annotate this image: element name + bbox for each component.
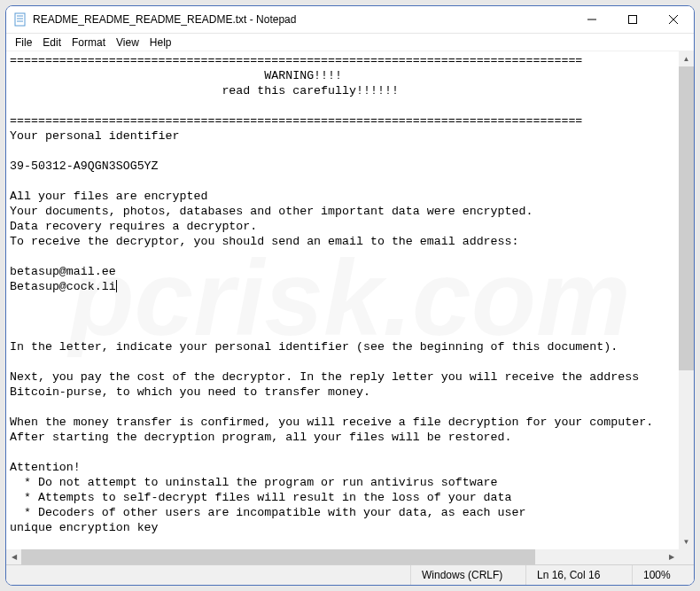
scroll-down-button[interactable]: ▼ bbox=[679, 534, 694, 549]
scroll-corner bbox=[679, 549, 694, 564]
vertical-scrollbar[interactable]: ▲ ▼ bbox=[679, 51, 694, 549]
status-zoom: 100% bbox=[632, 565, 694, 585]
close-button[interactable] bbox=[653, 6, 694, 33]
scroll-up-button[interactable]: ▲ bbox=[679, 51, 694, 66]
text-editor[interactable]: ========================================… bbox=[6, 51, 679, 549]
menu-edit[interactable]: Edit bbox=[37, 35, 66, 50]
scroll-left-button[interactable]: ◀ bbox=[6, 549, 21, 564]
menu-help[interactable]: Help bbox=[144, 35, 177, 50]
notepad-window: README_README_README_README.txt - Notepa… bbox=[5, 5, 695, 586]
scroll-track-v[interactable] bbox=[679, 66, 694, 534]
scroll-thumb-h[interactable] bbox=[21, 549, 535, 564]
svg-rect-5 bbox=[629, 16, 637, 24]
minimize-button[interactable] bbox=[572, 6, 612, 33]
notepad-icon bbox=[13, 12, 27, 27]
scroll-track-h[interactable] bbox=[21, 549, 664, 564]
svg-rect-0 bbox=[15, 13, 25, 26]
status-position: Ln 16, Col 16 bbox=[525, 565, 632, 585]
statusbar: Windows (CRLF) Ln 16, Col 16 100% bbox=[6, 564, 694, 585]
scroll-right-button[interactable]: ▶ bbox=[664, 549, 679, 564]
status-encoding: Windows (CRLF) bbox=[410, 565, 525, 585]
horizontal-scrollbar[interactable]: ◀ ▶ bbox=[6, 549, 679, 564]
menu-format[interactable]: Format bbox=[66, 35, 111, 50]
menu-file[interactable]: File bbox=[10, 35, 37, 50]
window-title: README_README_README_README.txt - Notepa… bbox=[33, 13, 572, 26]
menu-view[interactable]: View bbox=[111, 35, 144, 50]
menubar: File Edit Format View Help bbox=[6, 34, 694, 51]
scroll-thumb-v[interactable] bbox=[679, 66, 694, 370]
maximize-button[interactable] bbox=[612, 6, 653, 33]
titlebar: README_README_README_README.txt - Notepa… bbox=[6, 6, 694, 34]
content-area: ========================================… bbox=[6, 51, 694, 564]
window-controls bbox=[572, 6, 694, 33]
